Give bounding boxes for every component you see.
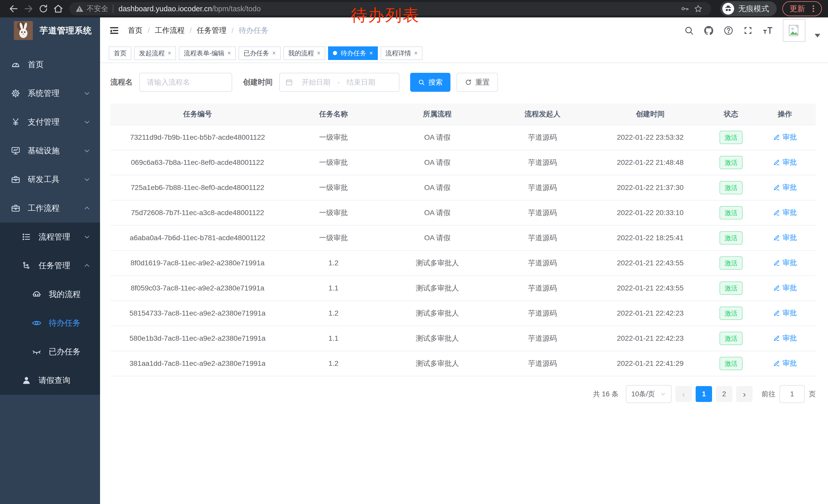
status-badge: 激活 (719, 206, 743, 220)
task-name-cell: 1.2 (285, 309, 382, 317)
page-size-select[interactable]: 10条/页 (626, 385, 671, 403)
page-button-2[interactable]: 2 (716, 386, 732, 402)
sidebar-item-支付管理[interactable]: 支付管理 (0, 108, 100, 136)
header-search-icon[interactable] (684, 26, 694, 36)
browser-back-icon[interactable] (6, 1, 21, 16)
audit-link[interactable]: 审批 (773, 283, 797, 293)
sidebar-collapse-icon[interactable] (109, 25, 120, 36)
tab-流程表单-编辑[interactable]: 流程表单-编辑× (179, 46, 236, 60)
sidebar-item-请假查询[interactable]: 请假查询 (0, 366, 100, 395)
sidebar-item-已办任务[interactable]: 已办任务 (0, 337, 100, 366)
process-cell: OA 请假 (382, 183, 493, 192)
audit-link[interactable]: 审批 (773, 183, 797, 192)
user-avatar[interactable] (783, 19, 805, 42)
create-time-cell: 2022-01-21 22:43:55 (592, 284, 708, 292)
address-bar[interactable]: 不安全 dashboard.yudao.iocoder.cn /bpm/task… (69, 2, 711, 15)
fullscreen-icon[interactable] (743, 26, 753, 36)
end-date-input[interactable] (341, 78, 381, 86)
browser-forward-icon[interactable] (21, 1, 36, 16)
app-title: 芋道管理系统 (40, 25, 92, 36)
audit-link[interactable]: 审批 (773, 358, 797, 368)
tab-close-icon[interactable]: × (414, 50, 418, 57)
breadcrumb-workflow[interactable]: 工作流程 (155, 26, 185, 36)
pagination: 共 16 条 10条/页 ‹ 12 › 前往 页 (110, 385, 816, 413)
breadcrumb-task-mgmt[interactable]: 任务管理 (197, 26, 226, 36)
tab-close-icon[interactable]: × (317, 50, 320, 57)
font-size-icon[interactable] (762, 26, 774, 36)
sidebar-item-label: 我的流程 (49, 289, 81, 300)
audit-link[interactable]: 审批 (773, 157, 797, 167)
search-button[interactable]: 搜索 (410, 73, 450, 92)
browser-menu-kebab-icon[interactable] (810, 4, 817, 13)
sidebar-item-label: 流程管理 (38, 231, 70, 242)
sidebar-item-首页[interactable]: 首页 (0, 50, 100, 79)
tab-流程详情[interactable]: 流程详情× (381, 46, 422, 60)
next-page-button[interactable]: › (736, 386, 753, 402)
process-name-input[interactable] (139, 73, 232, 92)
tab-发起流程[interactable]: 发起流程× (134, 46, 176, 60)
avatar-caret-icon[interactable] (815, 34, 820, 37)
sidebar-item-流程管理[interactable]: 流程管理 (0, 223, 100, 251)
goto-page-input[interactable] (780, 385, 805, 403)
task-id-cell: 580e1b3d-7ac8-11ec-a9e2-a2380e71991a (110, 334, 285, 342)
update-label[interactable]: 更新 (790, 4, 805, 14)
tab-label: 待办任务 (341, 49, 366, 57)
breadcrumb-home[interactable]: 首页 (128, 26, 142, 36)
gauge-icon (10, 60, 22, 70)
tab-close-icon[interactable]: × (369, 50, 373, 57)
status-cell: 激活 (708, 307, 754, 320)
browser-chrome: 不安全 dashboard.yudao.iocoder.cn /bpm/task… (0, 0, 828, 17)
audit-link[interactable]: 审批 (773, 308, 797, 318)
task-id-cell: 75d72608-7b7f-11ec-a3c8-acde48001122 (110, 209, 285, 217)
action-cell: 审批 (754, 308, 816, 318)
status-cell: 激活 (708, 231, 754, 244)
audit-link[interactable]: 审批 (773, 258, 797, 268)
tab-close-icon[interactable]: × (227, 50, 231, 57)
reset-button[interactable]: 重置 (457, 73, 498, 92)
audit-link[interactable]: 审批 (773, 333, 797, 343)
task-id-cell: a6aba0a4-7b6d-11ec-b781-acde48001122 (110, 234, 285, 242)
task-name-cell: 一级审批 (285, 208, 382, 218)
tab-待办任务[interactable]: 待办任务× (328, 46, 378, 60)
incognito-label: 无痕模式 (738, 4, 769, 14)
tab-首页[interactable]: 首页 (109, 46, 131, 60)
github-icon[interactable] (703, 25, 714, 36)
sidebar-item-工作流程[interactable]: 工作流程 (0, 194, 100, 223)
list-icon (20, 232, 32, 242)
tab-我的流程[interactable]: 我的流程× (283, 46, 325, 60)
help-icon[interactable] (723, 26, 734, 36)
sidebar-item-系统管理[interactable]: 系统管理 (0, 79, 100, 108)
tab-已办任务[interactable]: 已办任务× (239, 46, 280, 60)
security-warning-label[interactable]: 不安全 (87, 4, 108, 13)
sidebar-item-待办任务[interactable]: 待办任务 (0, 309, 100, 337)
sidebar-item-任务管理[interactable]: 任务管理 (0, 251, 100, 280)
bookmark-star-icon[interactable] (692, 2, 705, 15)
security-warning-icon[interactable] (75, 5, 84, 13)
audit-link[interactable]: 审批 (773, 233, 797, 242)
date-range-picker[interactable]: - (279, 73, 399, 92)
toolbox-icon (10, 203, 22, 213)
browser-home-icon[interactable] (51, 1, 66, 16)
audit-link[interactable]: 审批 (773, 208, 797, 217)
incognito-icon (722, 3, 734, 15)
task-name-cell: 一级审批 (285, 133, 382, 142)
password-key-icon[interactable] (678, 2, 692, 15)
prev-page-button[interactable]: ‹ (675, 386, 692, 402)
process-cell: OA 请假 (382, 233, 493, 243)
sidebar-item-label: 已办任务 (49, 346, 81, 357)
sidebar-item-研发工具[interactable]: 研发工具 (0, 165, 100, 194)
task-name-cell: 1.1 (285, 284, 382, 292)
reset-button-label: 重置 (475, 78, 490, 87)
action-cell: 审批 (754, 157, 816, 168)
url-path: /bpm/task/todo (212, 5, 261, 13)
tab-close-icon[interactable]: × (168, 50, 171, 57)
sidebar-logo-row[interactable]: 芋道管理系统 (0, 17, 100, 44)
browser-update-button[interactable]: 更新 (782, 1, 822, 16)
tab-close-icon[interactable]: × (272, 50, 276, 57)
browser-reload-icon[interactable] (36, 1, 51, 16)
sidebar-item-基础设施[interactable]: 基础设施 (0, 136, 100, 165)
start-date-input[interactable] (296, 78, 336, 86)
page-button-1[interactable]: 1 (696, 386, 712, 402)
audit-link[interactable]: 审批 (773, 132, 797, 142)
sidebar-item-我的流程[interactable]: 我的流程 (0, 280, 100, 309)
